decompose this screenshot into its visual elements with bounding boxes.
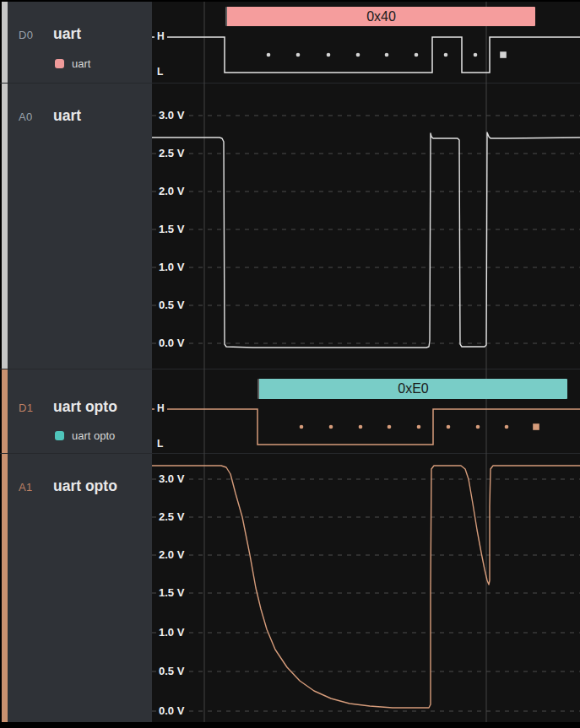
logic-analyzer-window: D0 uart uart A0 uart D1 uart opto uart o… [0, 0, 580, 728]
bit-sample-dot [385, 53, 389, 57]
high-level-label: H [154, 30, 167, 43]
bit-sample-dot [329, 425, 333, 429]
voltage-tick-label: 1.5 V [157, 585, 188, 600]
channel-id-label: A1 [19, 481, 33, 493]
voltage-tick-label: 0.5 V [157, 664, 188, 678]
voltage-tick-label: 0.0 V [157, 704, 188, 718]
channel-name-label: uart [53, 25, 81, 43]
channel-name-label: uart opto [53, 477, 117, 495]
bit-sample-dot [359, 425, 363, 429]
channel-name-label: uart opto [53, 398, 117, 416]
bit-sample-dot [296, 53, 301, 57]
voltage-tick-label: 2.5 V [157, 146, 188, 160]
a0-analog-trace [152, 132, 580, 348]
bit-sample-dot [415, 53, 419, 57]
analyzer-color-swatch [55, 431, 64, 440]
high-level-label: H [154, 402, 167, 415]
bit-sample-dot [447, 425, 451, 429]
analyzer-label: uart opto [72, 429, 115, 442]
channel-header-d1[interactable]: D1 uart opto [0, 400, 152, 417]
bit-sample-dot [388, 425, 392, 429]
channel-id-label: A0 [19, 111, 33, 123]
channel-header-d0[interactable]: D0 uart [0, 27, 152, 44]
voltage-tick-label: 2.0 V [157, 184, 188, 198]
voltage-tick-label: 2.0 V [157, 547, 188, 562]
voltage-tick-label: 3.0 V [157, 472, 188, 486]
d1-digital-trace [152, 409, 580, 445]
voltage-tick-label: 3.0 V [157, 108, 188, 122]
voltage-tick-label: 0.5 V [157, 298, 188, 312]
bit-sample-dot [300, 425, 304, 429]
bit-sample-dot [444, 53, 448, 57]
bit-sample-dot [474, 53, 478, 57]
voltage-tick-label: 0.0 V [157, 336, 188, 350]
analyzer-legend-d0[interactable]: uart [0, 57, 152, 71]
analyzer-color-swatch [55, 59, 64, 68]
stop-bit-marker [500, 51, 507, 58]
channel-name-label: uart [53, 107, 81, 125]
analyzer-label: uart [72, 57, 90, 70]
channel-id-label: D1 [19, 402, 33, 414]
decoded-byte-annotation-d1[interactable]: 0xE0 [257, 379, 567, 399]
low-level-label: L [154, 65, 165, 78]
voltage-tick-label: 1.0 V [157, 260, 188, 274]
decoded-byte-annotation-d0[interactable]: 0x40 [225, 7, 535, 26]
d0-digital-trace [152, 37, 580, 73]
bit-sample-dot [327, 53, 331, 57]
analyzer-legend-d1[interactable]: uart opto [0, 429, 152, 443]
bit-sample-dot [476, 425, 480, 429]
low-level-label: L [154, 437, 165, 450]
channel-header-a0[interactable]: A0 uart [0, 109, 152, 126]
bit-sample-dot [267, 53, 271, 57]
bit-sample-dot [356, 53, 360, 57]
channel-id-label: D0 [19, 29, 33, 41]
bit-sample-dot [417, 425, 421, 429]
voltage-tick-label: 1.0 V [157, 625, 188, 639]
stop-bit-marker [533, 423, 539, 430]
bit-sample-dot [505, 425, 509, 429]
voltage-tick-label: 2.5 V [157, 510, 188, 524]
channel-header-a1[interactable]: A1 uart opto [0, 479, 152, 496]
voltage-tick-label: 1.5 V [157, 222, 188, 236]
